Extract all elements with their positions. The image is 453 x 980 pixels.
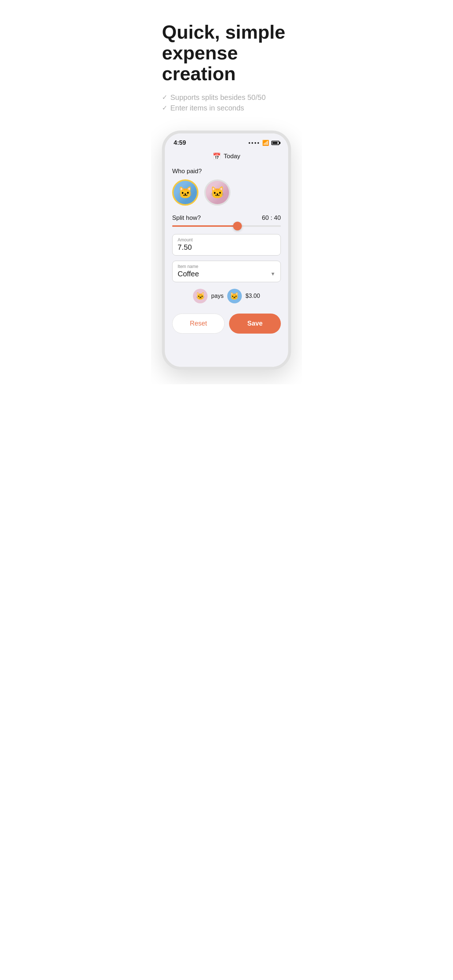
who-paid-label: Who paid? <box>172 168 281 175</box>
avatar-person2[interactable]: 🐱 <box>204 180 231 205</box>
feature-item-1: ✓ Supports splits besides 50/50 <box>162 93 291 102</box>
app-content: 📅 Today Who paid? 🐱 🐱 Split how? 60 <box>165 150 288 342</box>
checkmark-icon-1: ✓ <box>162 93 167 101</box>
battery-icon <box>271 141 279 145</box>
status-bar: 4:59 ●●●● 📶 <box>165 134 288 150</box>
slider-track <box>172 225 281 227</box>
status-icons: ●●●● 📶 <box>248 140 279 146</box>
slider-fill <box>172 225 238 227</box>
calendar-icon: 📅 <box>213 153 221 161</box>
item-input-row: Coffee ▼ <box>178 270 275 278</box>
summary-amount: $3.00 <box>246 293 260 299</box>
reset-button[interactable]: Reset <box>172 313 225 334</box>
item-input-group[interactable]: Item name Coffee ▼ <box>172 261 281 282</box>
avatar-person1[interactable]: 🐱 <box>172 180 198 205</box>
pays-text: pays <box>211 293 223 299</box>
amount-input-group[interactable]: Amount 7.50 <box>172 234 281 256</box>
feature-item-2: ✓ Enter items in seconds <box>162 104 291 112</box>
dropdown-arrow-icon[interactable]: ▼ <box>270 271 275 277</box>
summary-avatar-pink: 🐱 <box>193 289 207 303</box>
split-label: Split how? <box>172 215 201 222</box>
feature-text-2: Enter items in seconds <box>170 104 244 112</box>
item-label: Item name <box>178 264 275 269</box>
split-row: Split how? 60 : 40 <box>172 215 281 222</box>
page-headline: Quick, simple expense creation <box>162 22 291 84</box>
checkmark-icon-2: ✓ <box>162 104 167 112</box>
split-slider[interactable] <box>172 225 281 227</box>
page-wrapper: Quick, simple expense creation ✓ Support… <box>151 0 302 384</box>
amount-value[interactable]: 7.50 <box>178 243 275 251</box>
buttons-row: Reset Save <box>172 313 281 334</box>
phone-mockup: 4:59 ●●●● 📶 📅 Today <box>162 130 291 370</box>
save-button[interactable]: Save <box>229 313 281 334</box>
features-list: ✓ Supports splits besides 50/50 ✓ Enter … <box>162 93 291 112</box>
feature-text-1: Supports splits besides 50/50 <box>170 93 266 102</box>
item-value[interactable]: Coffee <box>178 270 199 278</box>
summary-avatar-blue: 🐱 <box>227 289 242 303</box>
phone-screen: 4:59 ●●●● 📶 📅 Today <box>165 134 288 367</box>
avatar-pink-emoji: 🐱 <box>206 181 229 204</box>
status-time: 4:59 <box>174 139 186 146</box>
slider-thumb[interactable] <box>233 222 242 231</box>
split-value: 60 : 40 <box>262 215 281 222</box>
payment-summary: 🐱 pays 🐱 $3.00 <box>172 287 281 305</box>
avatars-row: 🐱 🐱 <box>172 180 281 205</box>
date-label: Today <box>223 153 240 160</box>
wifi-icon: 📶 <box>262 140 269 146</box>
date-row[interactable]: 📅 Today <box>172 153 281 161</box>
avatar-blue-emoji: 🐱 <box>174 181 197 204</box>
amount-label: Amount <box>178 237 275 242</box>
signal-icon: ●●●● <box>248 141 260 145</box>
